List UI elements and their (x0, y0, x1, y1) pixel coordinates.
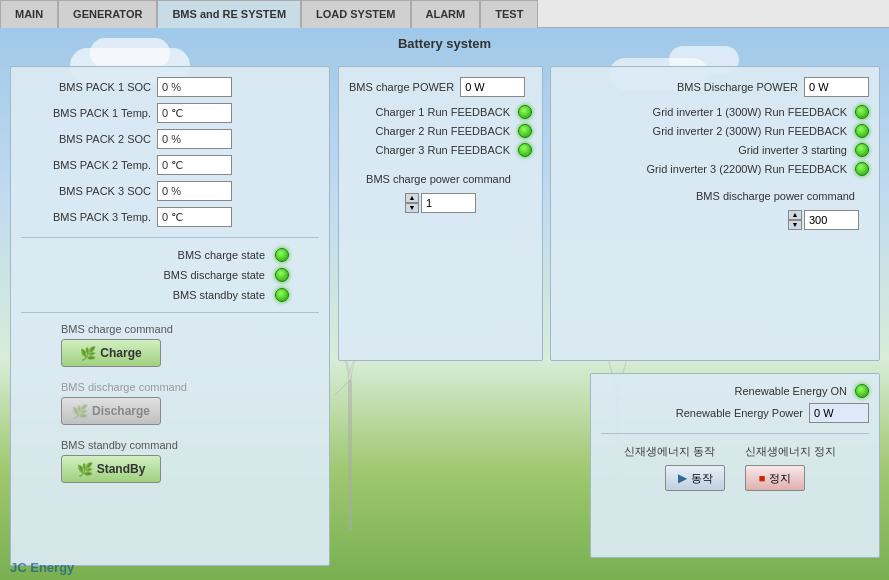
grid1-feedback-label: Grid inverter 1 (300W) Run FEEDBACK (653, 106, 847, 118)
charge-power-row: BMS charge POWER (349, 77, 532, 97)
label-bms-discharge-state: BMS discharge state (164, 269, 266, 281)
charge-button[interactable]: 🌿 Charge (61, 339, 161, 367)
grid3-feedback-label: Grid inverter 3 (2200W) Run FEEDBACK (646, 163, 847, 175)
cmd-standby-wrap: 🌿 StandBy (21, 455, 319, 487)
discharge-cmd-label: BMS discharge power command (696, 190, 855, 202)
input-bms-pack3-temp[interactable] (157, 207, 232, 227)
grid3-starting-indicator (855, 143, 869, 157)
label-bms-pack3-soc: BMS PACK 3 SOC (21, 185, 151, 197)
label-bms-pack1-soc: BMS PACK 1 SOC (21, 81, 151, 93)
grid2-feedback-label: Grid inverter 2 (300W) Run FEEDBACK (653, 125, 847, 137)
renewable-panel: Renewable Energy ON Renewable Energy Pow… (590, 373, 880, 558)
discharge-cmd-label-wrap: BMS discharge power command (561, 190, 869, 202)
indicator-bms-charge-state (275, 248, 289, 262)
stop-label-korean: 신재생에너지 정지 (745, 444, 836, 459)
start-button-korean[interactable]: ▶ 동작 (665, 465, 725, 491)
play-icon: ▶ (678, 471, 687, 485)
cloud-2 (90, 38, 170, 68)
tab-generator[interactable]: GENERATOR (58, 0, 157, 28)
discharge-button[interactable]: 🌿 Discharge (61, 397, 161, 425)
input-bms-pack2-temp[interactable] (157, 155, 232, 175)
field-bms-pack1-temp: BMS PACK 1 Temp. (21, 103, 319, 123)
charger1-feedback-row: Charger 1 Run FEEDBACK (349, 105, 532, 119)
charge-button-label: Charge (100, 346, 141, 360)
renewable-power-label: Renewable Energy Power (676, 407, 803, 419)
charger3-feedback-indicator (518, 143, 532, 157)
divider-2 (21, 312, 319, 313)
nav-bar: MAIN GENERATOR BMS and RE SYSTEM LOAD SY… (0, 0, 889, 28)
grid1-feedback-row: Grid inverter 1 (300W) Run FEEDBACK (561, 105, 869, 119)
watermark: JC Energy (10, 560, 74, 575)
label-bms-charge-state: BMS charge state (178, 249, 265, 261)
stop-icon: ■ (759, 472, 766, 484)
discharge-spinner: ▲ ▼ (561, 210, 869, 230)
charger2-feedback-label: Charger 2 Run FEEDBACK (376, 125, 511, 137)
discharge-button-label: Discharge (92, 404, 150, 418)
stop-btn-label: 정지 (769, 471, 791, 486)
grid3-feedback-indicator (855, 162, 869, 176)
indicator-bms-discharge-state (275, 268, 289, 282)
discharge-spinner-btns[interactable]: ▲ ▼ (788, 210, 802, 230)
tab-load-system[interactable]: LOAD SYSTEM (301, 0, 410, 28)
renewable-power-input[interactable] (809, 403, 869, 423)
left-panel: BMS PACK 1 SOC BMS PACK 1 Temp. BMS PACK… (10, 66, 330, 566)
start-btn-label: 동작 (691, 471, 713, 486)
start-label-korean: 신재생에너지 동작 (624, 444, 715, 459)
field-bms-pack3-temp: BMS PACK 3 Temp. (21, 207, 319, 227)
renewable-divider (601, 433, 869, 434)
korean-labels-row: 신재생에너지 동작 신재생에너지 정지 (601, 444, 869, 459)
cmd-standby-section: BMS standby command 🌿 StandBy (21, 439, 319, 487)
indicator-bms-standby-state (275, 288, 289, 302)
tab-main[interactable]: MAIN (0, 0, 58, 28)
discharge-power-label: BMS Discharge POWER (677, 81, 798, 93)
charger1-feedback-indicator (518, 105, 532, 119)
grid1-feedback-indicator (855, 105, 869, 119)
standby-button[interactable]: 🌿 StandBy (61, 455, 161, 483)
charger2-feedback-indicator (518, 124, 532, 138)
cmd-charge-wrap: 🌿 Charge (21, 339, 319, 371)
state-standby: BMS standby state (21, 288, 319, 302)
label-bms-pack2-soc: BMS PACK 2 SOC (21, 133, 151, 145)
input-bms-pack3-soc[interactable] (157, 181, 232, 201)
main-content: Battery system BMS PACK 1 SOC BMS PACK 1… (0, 28, 889, 580)
tab-test[interactable]: TEST (480, 0, 538, 28)
cmd-charge-label: BMS charge command (21, 323, 319, 335)
charger2-feedback-row: Charger 2 Run FEEDBACK (349, 124, 532, 138)
charger3-feedback-row: Charger 3 Run FEEDBACK (349, 143, 532, 157)
charge-spinner-input[interactable] (421, 193, 476, 213)
grid2-feedback-row: Grid inverter 2 (300W) Run FEEDBACK (561, 124, 869, 138)
input-bms-pack1-soc[interactable] (157, 77, 232, 97)
charge-spinner-btns[interactable]: ▲ ▼ (405, 193, 419, 213)
input-bms-pack2-soc[interactable] (157, 129, 232, 149)
korean-buttons-row: ▶ 동작 ■ 정지 (601, 465, 869, 491)
charge-power-label: BMS charge POWER (349, 81, 454, 93)
label-bms-standby-state: BMS standby state (173, 289, 265, 301)
cmd-discharge-label: BMS discharge command (21, 381, 319, 393)
discharge-spinner-down[interactable]: ▼ (788, 220, 802, 230)
field-bms-pack3-soc: BMS PACK 3 SOC (21, 181, 319, 201)
discharge-spinner-input[interactable] (804, 210, 859, 230)
discharge-spinner-up[interactable]: ▲ (788, 210, 802, 220)
state-charge: BMS charge state (21, 248, 319, 262)
svg-marker-3 (335, 380, 350, 395)
tab-alarm[interactable]: ALARM (411, 0, 481, 28)
state-discharge: BMS discharge state (21, 268, 319, 282)
leaf-icon-charge: 🌿 (80, 346, 96, 361)
charge-spinner: ▲ ▼ (349, 193, 532, 213)
charger1-feedback-label: Charger 1 Run FEEDBACK (376, 106, 511, 118)
stop-button-korean[interactable]: ■ 정지 (745, 465, 805, 491)
page-title: Battery system (398, 36, 491, 51)
input-bms-pack1-temp[interactable] (157, 103, 232, 123)
grid3-feedback-row: Grid inverter 3 (2200W) Run FEEDBACK (561, 162, 869, 176)
divider-1 (21, 237, 319, 238)
discharge-power-input[interactable] (804, 77, 869, 97)
charge-cmd-label: BMS charge power command (366, 173, 511, 185)
label-bms-pack2-temp: BMS PACK 2 Temp. (21, 159, 151, 171)
charge-spinner-up[interactable]: ▲ (405, 193, 419, 203)
field-bms-pack2-temp: BMS PACK 2 Temp. (21, 155, 319, 175)
field-bms-pack2-soc: BMS PACK 2 SOC (21, 129, 319, 149)
charge-spinner-down[interactable]: ▼ (405, 203, 419, 213)
cmd-discharge-section: BMS discharge command 🌿 Discharge (21, 381, 319, 429)
tab-bms-re[interactable]: BMS and RE SYSTEM (157, 0, 301, 28)
charge-power-input[interactable] (460, 77, 525, 97)
